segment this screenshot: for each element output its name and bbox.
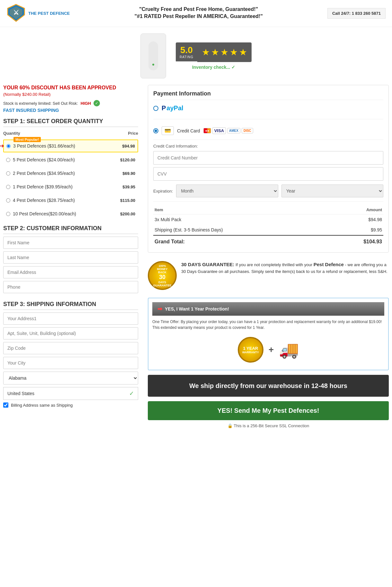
option-price-4: $39.95 bbox=[122, 185, 135, 189]
payment-box: Payment Information PayPal 💳 bbox=[148, 85, 389, 253]
option-radio-1[interactable] bbox=[6, 144, 11, 148]
grand-amount: $104.93 bbox=[330, 235, 383, 247]
option-radio-4[interactable] bbox=[6, 185, 10, 189]
option-row-2[interactable]: 5 Pest Defences ($24.00/each) $120.00 bbox=[3, 154, 138, 166]
option-label-3[interactable]: 2 Pest Defences ($34.95/each) bbox=[6, 171, 75, 176]
order-amount-1: $94.98 bbox=[330, 214, 383, 225]
option-radio-5[interactable] bbox=[6, 198, 10, 203]
warranty-seal-1year: 1 YEAR bbox=[243, 346, 258, 351]
warranty-btn-label: YES, I Want 1 Year Protection! bbox=[165, 306, 229, 312]
paypal-option[interactable]: PayPal bbox=[153, 104, 383, 112]
stock-check-icon: ✓ bbox=[94, 100, 100, 106]
step1-title: STEP 1: SELECT ORDER QUANTITY bbox=[3, 118, 138, 127]
zip-input[interactable] bbox=[3, 342, 138, 354]
state-select[interactable]: Alabama bbox=[3, 372, 138, 384]
paypal-logo: PayPal bbox=[162, 104, 183, 112]
tagline1: "Cruelty Free and Pest Free Home, Guaran… bbox=[76, 6, 321, 12]
city-input[interactable] bbox=[3, 357, 138, 369]
discover-logo: DISC bbox=[242, 128, 253, 133]
first-name-input[interactable] bbox=[3, 237, 138, 249]
option-text-3: 2 Pest Defences ($34.95/each) bbox=[13, 171, 75, 176]
option-price-3: $69.90 bbox=[122, 171, 135, 176]
option-radio-2[interactable] bbox=[6, 158, 10, 162]
option-row-5[interactable]: 4 Pest Defences ($28.75/each) $115.00 bbox=[3, 194, 138, 206]
badge-days: DAYS bbox=[158, 281, 166, 284]
cvv-input[interactable] bbox=[153, 167, 383, 181]
guarantee-section: 100% MONEY BACK 30 DAYS GUARANTEE 30 DAY… bbox=[148, 258, 389, 293]
svg-text:⚔: ⚔ bbox=[13, 9, 19, 16]
cc-option[interactable]: 💳 Credit Card ●● VISA AMEX DISC bbox=[153, 126, 383, 135]
country-text: United States bbox=[7, 391, 34, 396]
address1-input[interactable] bbox=[3, 312, 138, 325]
quantity-col-label: Quantity bbox=[3, 131, 20, 136]
submit-button[interactable]: YES! Send Me My Pest Defences! bbox=[148, 401, 389, 420]
option-row-6[interactable]: 10 Pest Defences($20.00/each) $200.00 bbox=[3, 208, 138, 220]
payment-options: PayPal 💳 Credit Card ●● VISA bbox=[153, 104, 383, 135]
last-name-input[interactable] bbox=[3, 251, 138, 264]
warranty-seal-text: WARRANTY bbox=[242, 351, 259, 354]
cc-chip-icon: 💳 bbox=[162, 126, 174, 135]
star2: ★ bbox=[211, 47, 219, 58]
address2-input[interactable] bbox=[3, 327, 138, 339]
month-select[interactable]: Month 01020304 05060708 09101112 bbox=[176, 185, 278, 197]
year-select[interactable]: Year 2024202520262027 202820292030 bbox=[281, 185, 383, 197]
option-label-6[interactable]: 10 Pest Defences($20.00/each) bbox=[6, 211, 76, 216]
visa-logo: VISA bbox=[212, 127, 226, 134]
order-row-2: Shipping (Est. 3-5 Business Days) $9.95 bbox=[153, 225, 383, 235]
popular-badge: Most Popular! bbox=[13, 137, 41, 142]
option-label-5[interactable]: 4 Pest Defences ($28.75/each) bbox=[6, 198, 75, 203]
mastercard-logo: ●● bbox=[203, 128, 211, 133]
email-input[interactable] bbox=[3, 266, 138, 278]
star1: ★ bbox=[202, 47, 210, 58]
star3: ★ bbox=[220, 47, 228, 58]
option-text-6: 10 Pest Defences($20.00/each) bbox=[13, 211, 76, 216]
quantity-header: Quantity Price bbox=[3, 130, 138, 137]
warranty-offer-text: One Time Offer: By placing your order to… bbox=[152, 319, 384, 330]
option-radio-6[interactable] bbox=[6, 212, 10, 216]
cc-radio[interactable] bbox=[153, 128, 158, 133]
normal-price: (Normally $240.00 Retail) bbox=[3, 92, 138, 97]
guarantee-title: 30 DAYS GUARANTEE: bbox=[181, 262, 234, 267]
warranty-arrow-icon: ➡ bbox=[157, 305, 162, 312]
option-label-4[interactable]: 1 Pest Defence ($39.95/each) bbox=[6, 184, 73, 189]
option-radio-3[interactable] bbox=[6, 171, 10, 176]
logo-icon: ⚔ bbox=[6, 3, 26, 23]
option-row-4[interactable]: 1 Pest Defence ($39.95/each) $39.95 bbox=[3, 181, 138, 193]
warranty-seal: 1 YEAR WARRANTY bbox=[238, 337, 263, 363]
main-layout: YOUR 60% DISCOUNT HAS BEEN APPROVED (Nor… bbox=[0, 85, 392, 435]
paypal-radio[interactable] bbox=[153, 106, 158, 111]
option-text-4: 1 Pest Defence ($39.95/each) bbox=[13, 184, 73, 189]
option-row-1[interactable]: ↪ Most Popular! 3 Pest Defences ($31.66/… bbox=[3, 140, 138, 152]
tagline2: "#1 RATED Pest Repeller IN AMERICA, Guar… bbox=[76, 14, 321, 19]
option-price-6: $200.00 bbox=[120, 212, 135, 216]
stock-text: Stock is extremely limited: Sell Out Ris… bbox=[3, 101, 78, 106]
ssl-text: 🔒 This is a 256-Bit Secure SSL Connectio… bbox=[148, 423, 389, 428]
discount-banner: YOUR 60% DISCOUNT HAS BEEN APPROVED bbox=[3, 85, 138, 91]
option-label-1[interactable]: 3 Pest Defences ($31.66/each) bbox=[6, 143, 75, 149]
badge-100: 100% bbox=[158, 264, 166, 267]
cc-info-label: Credit Card Information: bbox=[153, 144, 383, 149]
phone-input[interactable] bbox=[3, 281, 138, 293]
badge-30: 30 bbox=[159, 274, 165, 281]
cc-logos: ●● VISA AMEX DISC bbox=[203, 127, 253, 134]
amount-col-header: Amount bbox=[330, 205, 383, 214]
cc-number-input[interactable] bbox=[153, 151, 383, 165]
grand-total-row: Grand Total: $104.93 bbox=[153, 235, 383, 247]
stock-risk: HIGH bbox=[81, 101, 91, 106]
option-label-2[interactable]: 5 Pest Defences ($24.00/each) bbox=[6, 157, 75, 162]
billing-row[interactable]: Billing Address same as Shipping bbox=[3, 402, 138, 408]
rating-label: RATING bbox=[180, 55, 193, 59]
country-check-icon: ✓ bbox=[129, 390, 134, 397]
inventory-status: Inventory check... ✓ bbox=[192, 65, 235, 70]
rating-combined: 5.0 RATING ★ ★ ★ ★ ★ bbox=[176, 42, 252, 62]
step2-title: STEP 2: CUSTOMER INFORMATION bbox=[3, 225, 138, 234]
billing-checkbox[interactable] bbox=[3, 402, 8, 408]
warranty-box: ➡ YES, I Want 1 Year Protection! One Tim… bbox=[148, 298, 389, 370]
option-price-2: $120.00 bbox=[120, 158, 135, 162]
amex-logo: AMEX bbox=[227, 128, 240, 133]
call-box[interactable]: Call 24/7: 1 833 260 5871 bbox=[327, 8, 386, 19]
payment-title: Payment Information bbox=[153, 90, 383, 100]
plus-icon: + bbox=[269, 345, 274, 355]
option-row-3[interactable]: 2 Pest Defences ($34.95/each) $69.90 bbox=[3, 167, 138, 179]
warranty-button[interactable]: ➡ YES, I Want 1 Year Protection! bbox=[152, 302, 384, 316]
